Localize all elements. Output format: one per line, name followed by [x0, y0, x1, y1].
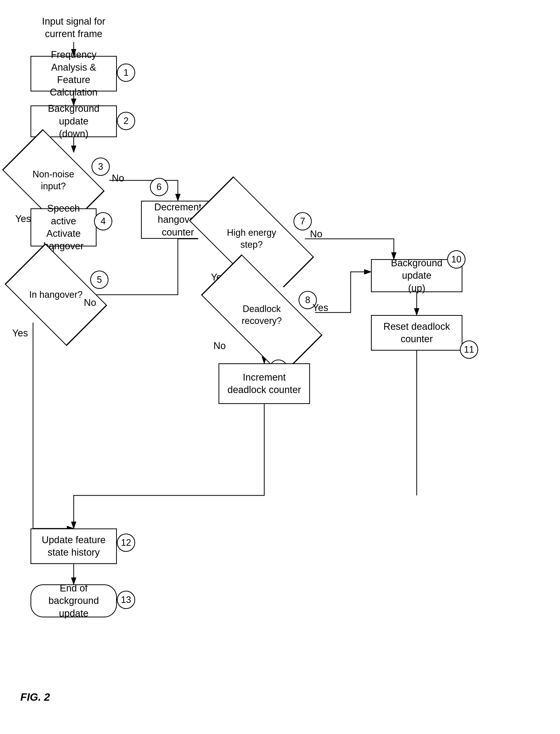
- badge-5: 5: [90, 271, 108, 289]
- node-5-diamond: In hangover?: [15, 267, 97, 323]
- badge-3: 3: [91, 158, 110, 176]
- node-1-box: Frequency Analysis &Feature Calculation: [30, 56, 117, 91]
- node-12-box: Update featurestate history: [30, 528, 117, 564]
- n8-no-label: No: [213, 340, 226, 351]
- node-11-box: Reset deadlockcounter: [371, 315, 462, 351]
- badge-11: 11: [460, 340, 478, 359]
- n3-yes-label: Yes: [15, 213, 31, 224]
- badge-2: 2: [117, 112, 135, 130]
- fig-label: FIG. 2: [20, 691, 50, 703]
- input-signal-label: Input signal forcurrent frame: [41, 15, 107, 40]
- badge-1: 1: [117, 64, 135, 82]
- node-8-diamond: Deadlockrecovery?: [208, 287, 315, 343]
- n8-yes-label: Yes: [313, 302, 328, 313]
- badge-13: 13: [117, 591, 135, 609]
- n5-yes-label: Yes: [12, 328, 28, 339]
- n5-no-label: No: [84, 297, 96, 308]
- badge-7: 7: [293, 212, 312, 230]
- flowchart-container: Input signal forcurrent frame Frequency …: [0, 0, 560, 734]
- node-7-diamond: High energystep?: [198, 208, 305, 269]
- badge-4: 4: [94, 212, 112, 230]
- n3-no-label: No: [112, 173, 124, 184]
- node-9-box: Incrementdeadlock counter: [219, 363, 310, 404]
- node-4-box: Speech activeActivate hangover: [30, 208, 97, 246]
- node-3-diamond: Non-noiseinput?: [13, 152, 94, 208]
- node-13-box: End ofbackground update: [30, 584, 117, 617]
- n7-no-label: No: [310, 229, 322, 240]
- badge-6: 6: [150, 178, 168, 196]
- badge-12: 12: [117, 534, 135, 552]
- badge-10: 10: [447, 250, 465, 269]
